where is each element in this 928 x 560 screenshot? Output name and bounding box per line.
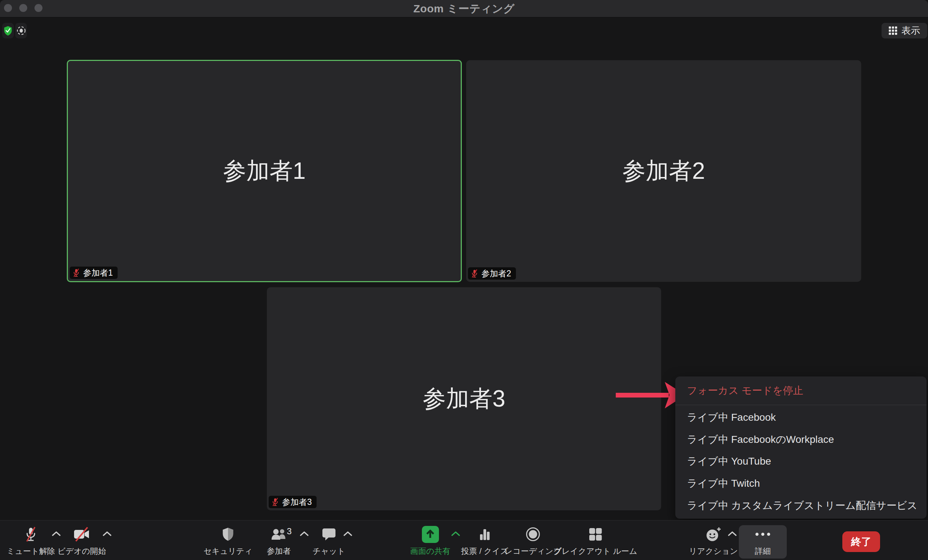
chat-button[interactable]: チャット: [285, 524, 372, 557]
more-options-context-menu: フォーカス モードを停止 ライブ中 Facebook ライブ中 Facebook…: [675, 376, 926, 519]
participant-badge-label: 参加者3: [282, 496, 312, 508]
end-meeting-button[interactable]: 終了: [842, 531, 880, 552]
menu-item-stop-focus-mode[interactable]: フォーカス モードを停止: [675, 376, 926, 405]
grid-view-icon: [889, 26, 897, 35]
participant-name-center: 参加者1: [68, 61, 461, 281]
microphone-muted-icon: [272, 497, 279, 507]
meeting-toolbar: ミュート解除 ビデオの開始: [0, 520, 928, 560]
chat-bubble-icon: [322, 527, 336, 541]
record-circle-icon: [525, 527, 540, 542]
focus-mode-icon: [16, 26, 26, 35]
zoom-meeting-window: Zoom ミーティング 表示 参加者1: [0, 0, 928, 560]
participant-name-center: 参加者3: [267, 287, 661, 510]
view-button[interactable]: 表示: [882, 23, 927, 38]
video-tile-participant1[interactable]: 参加者1 参加者1: [67, 60, 462, 282]
chevron-up-icon[interactable]: [343, 531, 352, 536]
focus-mode-indicator-button[interactable]: [15, 23, 27, 38]
window-title: Zoom ミーティング: [0, 0, 928, 17]
more-button[interactable]: 詳細: [719, 524, 806, 557]
participants-icon: [270, 527, 287, 542]
participant-name-badge: 参加者2: [468, 267, 516, 280]
more-dots-icon: [755, 533, 771, 536]
breakout-rooms-button[interactable]: ブレイクアウト ルーム: [552, 524, 639, 557]
breakout-rooms-icon: [588, 527, 603, 542]
participant-badge-label: 参加者2: [481, 268, 511, 279]
menu-item-live-custom-streaming[interactable]: ライブ中 カスタムライブストリーム配信サービス: [675, 495, 926, 516]
share-screen-icon: [422, 526, 439, 543]
start-video-button[interactable]: ビデオの開始: [38, 524, 125, 557]
video-tile-participant2[interactable]: 参加者2 参加者2: [466, 60, 861, 282]
video-tile-participant3[interactable]: 参加者3 参加者3: [267, 287, 661, 510]
security-shield-icon: [221, 527, 235, 542]
title-bar: Zoom ミーティング: [0, 0, 928, 17]
participant-badge-label: 参加者1: [83, 267, 113, 278]
view-button-label: 表示: [902, 24, 920, 37]
menu-item-live-youtube[interactable]: ライブ中 YouTube: [675, 450, 926, 473]
menu-item-live-facebook[interactable]: ライブ中 Facebook: [675, 406, 926, 429]
microphone-muted-icon: [73, 268, 80, 277]
participant-name-badge: 参加者3: [269, 496, 317, 508]
camera-muted-icon: [73, 527, 90, 542]
menu-item-live-twitch[interactable]: ライブ中 Twitch: [675, 473, 926, 495]
chevron-up-icon[interactable]: [103, 531, 111, 536]
participant-name-center: 参加者2: [466, 60, 861, 282]
meeting-security-info-button[interactable]: [2, 23, 14, 38]
shield-check-icon: [3, 25, 13, 36]
microphone-muted-icon: [25, 526, 37, 542]
menu-item-live-facebook-workplace[interactable]: ライブ中 FacebookのWorkplace: [675, 429, 926, 451]
participant-name-badge: 参加者1: [70, 266, 118, 279]
microphone-muted-icon: [471, 269, 478, 278]
